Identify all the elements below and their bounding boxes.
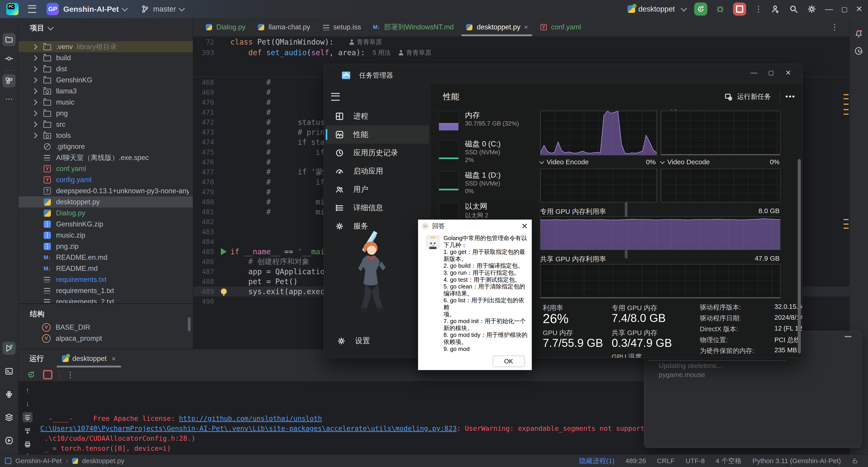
- rerun-icon[interactable]: [26, 370, 36, 380]
- ai-assistant-icon[interactable]: [852, 45, 865, 57]
- tm-menu-icon[interactable]: [331, 93, 340, 101]
- perf-card-disk0[interactable]: 磁盘 0 (C:) SSD (NVMe) 2%: [439, 140, 534, 159]
- tm-nav-settings[interactable]: 设置: [328, 332, 427, 350]
- expand-chevron-icon[interactable]: [32, 55, 37, 61]
- scrollbar-warning-mark[interactable]: [844, 114, 848, 115]
- gutter-icon[interactable]: [217, 289, 230, 294]
- editor-tab[interactable]: 部署到WindowsNT.md: [367, 18, 460, 36]
- rerun-button[interactable]: [694, 2, 707, 16]
- structure-item[interactable]: V alpaca_prompt: [19, 333, 193, 344]
- file-encoding[interactable]: UTF-8: [686, 457, 705, 465]
- perf-card-memory[interactable]: 内存 30.7/95.7 GB (32%): [439, 112, 534, 130]
- ok-button[interactable]: OK: [493, 356, 524, 367]
- indent-style[interactable]: 4 个空格: [716, 456, 742, 466]
- lock-icon[interactable]: [852, 458, 858, 464]
- debug-bug-icon[interactable]: [715, 4, 725, 14]
- hide-popup-icon[interactable]: [845, 336, 851, 337]
- scrollbar-warning-mark[interactable]: [844, 94, 848, 95]
- task-manager-titlebar[interactable]: 任务管理器: [341, 70, 393, 80]
- scroll-up-icon[interactable]: ↑: [23, 385, 33, 395]
- tree-item[interactable]: config.yaml: [19, 174, 193, 185]
- desktop-pet-character[interactable]: [348, 229, 401, 315]
- tm-nav-processes[interactable]: 进程: [326, 107, 429, 125]
- window-minimize-icon[interactable]: —: [825, 4, 833, 14]
- tm-close-icon[interactable]: ✕: [780, 66, 797, 79]
- breadcrumb-project[interactable]: Genshin-AI-Pet: [16, 457, 62, 465]
- main-menu-icon[interactable]: [28, 5, 36, 13]
- hidden-process-link[interactable]: 隐藏进程(1): [579, 456, 615, 466]
- expand-chevron-icon[interactable]: [32, 66, 37, 72]
- tab-options-icon[interactable]: ⋮: [831, 22, 839, 32]
- perf-card-disk1[interactable]: 磁盘 1 (D:) SSD (NVMe) 0%: [439, 172, 534, 191]
- structure-scrollbar[interactable]: [188, 317, 191, 331]
- tree-item[interactable]: build: [19, 52, 193, 63]
- editor-tab[interactable]: setup.iss: [316, 18, 367, 36]
- window-close-icon[interactable]: ✕: [856, 4, 863, 14]
- notifications-bell-icon[interactable]: [852, 27, 865, 40]
- video-decode-label[interactable]: Video Decode: [661, 158, 710, 166]
- tm-nav-details[interactable]: 详细信息: [326, 199, 429, 217]
- project-tool-icon[interactable]: [2, 33, 16, 46]
- scrollbar-warning-mark[interactable]: [844, 228, 848, 229]
- more-options-icon[interactable]: ⋮: [66, 370, 74, 379]
- scrollbar-warning-mark[interactable]: [844, 98, 848, 99]
- expand-chevron-icon[interactable]: [32, 88, 37, 94]
- project-badge[interactable]: GP: [46, 3, 59, 15]
- search-icon[interactable]: [789, 4, 799, 14]
- structure-panel-header[interactable]: 结构: [30, 309, 44, 319]
- terminal-tool-icon[interactable]: [2, 365, 16, 378]
- tree-item[interactable]: README.en.md: [19, 252, 193, 263]
- tree-item[interactable]: requirements.txt: [19, 274, 193, 285]
- print-icon[interactable]: [23, 439, 33, 449]
- problems-tool-icon[interactable]: [2, 434, 16, 447]
- expand-chevron-icon[interactable]: [32, 77, 37, 83]
- run-tool-icon[interactable]: [2, 342, 16, 355]
- run-new-task-button[interactable]: 运行新任务: [720, 90, 775, 104]
- soft-wrap-icon[interactable]: [23, 412, 33, 422]
- scrollbar-warning-mark[interactable]: [844, 109, 848, 110]
- close-tab-icon[interactable]: ×: [524, 23, 528, 31]
- stop-button[interactable]: [733, 2, 746, 16]
- scrollbar-warning-mark[interactable]: [844, 219, 848, 220]
- tree-item[interactable]: music: [19, 97, 193, 108]
- tree-item[interactable]: png: [19, 108, 193, 119]
- dialog-close-icon[interactable]: ✕: [521, 222, 528, 231]
- tree-item[interactable]: AI聊天室（离线版）.exe.spec: [19, 152, 193, 163]
- scroll-down-icon[interactable]: ↓: [23, 399, 33, 409]
- tree-item[interactable]: Dialog.py: [19, 207, 193, 218]
- tree-item[interactable]: png.zip: [19, 241, 193, 252]
- commit-tool-icon[interactable]: [2, 52, 16, 65]
- structure-item[interactable]: V BASE_DIR: [19, 322, 193, 333]
- tree-item[interactable]: deepspeed-0.13.1+unknown-py3-none-any.wh…: [19, 185, 193, 196]
- editor-tab[interactable]: desktoppet.py ×: [460, 18, 534, 36]
- tm-scrollbar[interactable]: [798, 159, 801, 354]
- python-interpreter[interactable]: Python 3.11 (Genshin-AI-Pet): [752, 457, 841, 465]
- structure-tool-icon[interactable]: [2, 74, 16, 87]
- run-tab-desktoppet[interactable]: desktoppet ×: [57, 349, 121, 368]
- tree-item[interactable]: requirements_1.txt: [19, 285, 193, 296]
- breadcrumb-file[interactable]: desktoppet.py: [82, 457, 124, 465]
- tree-item[interactable]: dist: [19, 63, 193, 75]
- tree-item[interactable]: .gitignore: [19, 141, 193, 152]
- scrollbar-warning-mark[interactable]: [844, 224, 848, 225]
- run-config-selector[interactable]: desktoppet: [627, 5, 686, 13]
- stop-icon[interactable]: [43, 370, 53, 379]
- tm-nav-performance[interactable]: 性能: [326, 125, 429, 144]
- settings-gear-icon[interactable]: [807, 4, 817, 14]
- video-encode-label[interactable]: Video Encode: [540, 158, 589, 166]
- branch-selector[interactable]: master: [141, 4, 184, 13]
- tm-minimize-icon[interactable]: —: [745, 66, 763, 79]
- answer-dialog[interactable]: 回答 ✕ Golang中常用的包管理命令有以下几种：1. go get：用于获取…: [418, 220, 532, 370]
- tree-item[interactable]: conf.yaml: [19, 163, 193, 174]
- tree-item[interactable]: src: [19, 119, 193, 130]
- expand-chevron-icon[interactable]: [32, 44, 37, 50]
- tree-item[interactable]: music.zip: [19, 230, 193, 241]
- gutter-icon[interactable]: [217, 248, 230, 255]
- expand-chevron-icon[interactable]: [32, 121, 37, 127]
- python-packages-tool-icon[interactable]: [2, 388, 16, 401]
- perf-card-ethernet[interactable]: 以太网 以太网 2 发送: 0 接收: 0 Kbp: [439, 203, 534, 222]
- project-selector[interactable]: Genshin-AI-Pet: [63, 5, 119, 13]
- window-maximize-icon[interactable]: ▢: [841, 5, 847, 13]
- tm-maximize-icon[interactable]: ▢: [763, 66, 780, 79]
- editor-tab[interactable]: Dialog.py: [199, 18, 251, 36]
